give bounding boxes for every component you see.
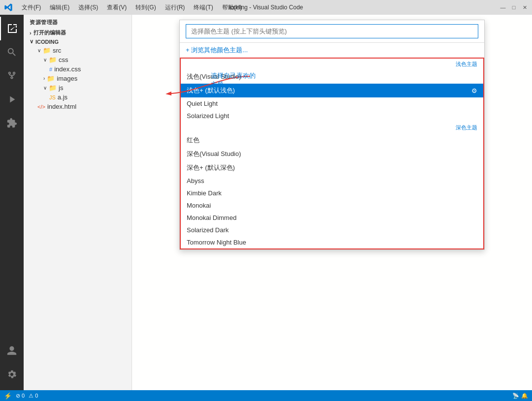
status-bell-icon[interactable]: 🔔 xyxy=(521,393,528,399)
chevron-down-icon: ∨ xyxy=(30,38,33,45)
theme-item-solarized-light[interactable]: Solarized Light xyxy=(181,110,483,122)
tree-item-indexcss[interactable]: # index.css xyxy=(24,64,132,74)
menu-file[interactable]: 文件(F) xyxy=(18,2,45,13)
css-file-icon: # xyxy=(49,66,52,72)
chevron-icon: ∨ xyxy=(43,85,47,91)
window-controls: — □ ✕ xyxy=(499,4,528,11)
folder-icon: 📁 xyxy=(47,75,55,82)
tree-item-css[interactable]: ∨ 📁 css xyxy=(24,55,132,64)
statusbar: ⚡ ⊘ 0 ⚠ 0 📡 🔔 xyxy=(0,390,532,401)
status-broadcast-icon[interactable]: 📡 xyxy=(512,393,519,399)
tree-item-src[interactable]: ∨ 📁 src xyxy=(24,46,132,55)
restore-button[interactable]: □ xyxy=(510,4,517,11)
search-activity-icon[interactable] xyxy=(0,40,24,64)
theme-item-vs-light-plus[interactable]: 浅色+ (默认浅色) ⚙ xyxy=(181,84,483,97)
chevron-icon: ∨ xyxy=(37,48,41,53)
activity-bar-bottom xyxy=(0,339,24,390)
titlebar-menu: 文件(F) 编辑(E) 选择(S) 查看(V) 转到(G) 运行(R) 终端(T… xyxy=(18,2,246,13)
run-activity-icon[interactable] xyxy=(0,88,24,111)
js-file-icon: JS xyxy=(49,94,56,100)
menu-run[interactable]: 运行(R) xyxy=(161,2,189,13)
open-editors-section: › 打开的编辑器 xyxy=(24,28,132,37)
vscode-logo xyxy=(4,3,13,12)
dark-theme-section-label: 深色主题 xyxy=(181,122,483,133)
menu-select[interactable]: 选择(S) xyxy=(74,2,102,13)
close-button[interactable]: ✕ xyxy=(521,4,528,11)
source-control-activity-icon[interactable] xyxy=(0,64,24,88)
status-right: 📡 🔔 xyxy=(512,393,528,399)
activity-bar xyxy=(0,15,24,390)
tree-item-ajs[interactable]: JS a.js xyxy=(24,93,132,102)
project-title[interactable]: ∨ ICODING xyxy=(24,37,132,46)
theme-search-input[interactable] xyxy=(186,24,478,38)
menu-edit[interactable]: 编辑(E) xyxy=(46,2,73,13)
folder-icon: 📁 xyxy=(43,47,51,54)
explorer-icon[interactable] xyxy=(0,17,24,40)
chevron-icon: ∨ xyxy=(43,57,47,62)
sidebar: 资源管理器 › 打开的编辑器 ∨ ICODING ∨ 📁 src ∨ 📁 css xyxy=(24,15,132,390)
theme-item-kimbie-dark[interactable]: Kimbie Dark xyxy=(181,187,483,199)
theme-picker: + 浏览其他颜色主题... 浅色主题 浅色(Visual Studio) 浅色+… xyxy=(179,20,485,250)
theme-search-container xyxy=(180,20,484,43)
theme-item-abyss[interactable]: Abyss xyxy=(181,175,483,187)
status-errors: ⊘ 0 xyxy=(16,393,25,399)
chevron-right-icon: › xyxy=(30,30,32,36)
window-title: icoding - Visual Studio Code xyxy=(229,4,303,11)
titlebar: 文件(F) 编辑(E) 选择(S) 查看(V) 转到(G) 运行(R) 终端(T… xyxy=(0,0,532,15)
browse-themes-button[interactable]: + 浏览其他颜色主题... xyxy=(180,43,484,58)
status-left: ⚡ ⊘ 0 ⚠ 0 xyxy=(4,392,38,400)
titlebar-left: 文件(F) 编辑(E) 选择(S) 查看(V) 转到(G) 运行(R) 终端(T… xyxy=(4,2,246,13)
theme-list: 浅色主题 浅色(Visual Studio) 浅色+ (默认浅色) ⚙ Quie… xyxy=(180,58,484,249)
chevron-icon: › xyxy=(43,76,45,81)
tree-item-js[interactable]: ∨ 📁 js xyxy=(24,83,132,93)
menu-goto[interactable]: 转到(G) xyxy=(132,2,160,13)
account-icon[interactable] xyxy=(0,339,24,363)
html-file-icon: </> xyxy=(37,104,45,110)
theme-item-solarized-dark[interactable]: Solarized Dark xyxy=(181,224,483,236)
minimize-button[interactable]: — xyxy=(499,4,506,11)
content-area: + 浏览其他颜色主题... 浅色主题 浅色(Visual Studio) 浅色+… xyxy=(132,15,532,390)
theme-item-quiet-light[interactable]: Quiet Light xyxy=(181,97,483,110)
sidebar-header: 资源管理器 xyxy=(24,15,132,28)
tree-item-images[interactable]: › 📁 images xyxy=(24,74,132,83)
light-theme-section-label: 浅色主题 xyxy=(181,59,483,70)
menu-terminal[interactable]: 终端(T) xyxy=(190,2,217,13)
main-area: 资源管理器 › 打开的编辑器 ∨ ICODING ∨ 📁 src ∨ 📁 css xyxy=(0,15,532,390)
open-editors-title[interactable]: › 打开的编辑器 xyxy=(24,28,132,37)
project-section: ∨ ICODING ∨ 📁 src ∨ 📁 css # index.css › … xyxy=(24,37,132,111)
theme-item-tomorrow-night-blue[interactable]: Tomorrow Night Blue xyxy=(181,236,483,248)
theme-item-vs-dark[interactable]: 深色(Visual Studio) xyxy=(181,147,483,161)
theme-item-vs-dark-plus[interactable]: 深色+ (默认深色) xyxy=(181,161,483,175)
folder-icon: 📁 xyxy=(49,84,57,92)
theme-item-monokai-dimmed[interactable]: Monokai Dimmed xyxy=(181,212,483,224)
theme-item-vs-light[interactable]: 浅色(Visual Studio) xyxy=(181,70,483,84)
tree-item-indexhtml[interactable]: </> index.html xyxy=(24,102,132,111)
status-remote-icon[interactable]: ⚡ xyxy=(4,392,12,400)
gear-icon[interactable]: ⚙ xyxy=(471,87,477,94)
status-warnings: ⚠ 0 xyxy=(29,393,38,399)
folder-icon: 📁 xyxy=(49,56,57,63)
extensions-activity-icon[interactable] xyxy=(0,111,24,135)
settings-icon[interactable] xyxy=(0,363,24,386)
theme-item-monokai[interactable]: Monokai xyxy=(181,199,483,212)
theme-item-red[interactable]: 红色 xyxy=(181,133,483,147)
menu-view[interactable]: 查看(V) xyxy=(103,2,131,13)
